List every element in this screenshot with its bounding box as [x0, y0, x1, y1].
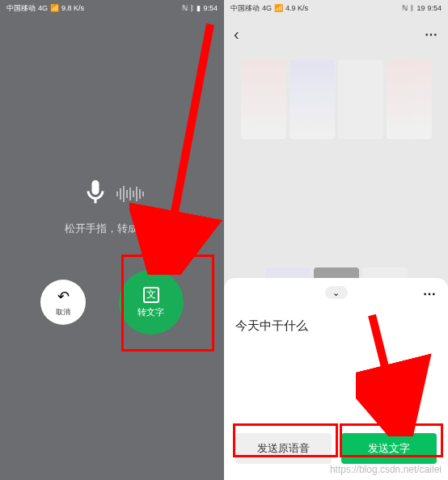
carrier-label: 中国移动	[6, 3, 36, 14]
chat-thumbnail	[241, 60, 286, 139]
bluetooth-icon: ᛒ	[190, 4, 194, 12]
undo-icon: ↶	[57, 288, 70, 305]
convert-label: 转文字	[137, 306, 164, 318]
speed-label: 9.8 K/s	[61, 4, 84, 12]
carrier-label: 中国移动	[230, 3, 260, 14]
nfc-icon: ℕ	[182, 4, 188, 12]
chat-thumbnail	[387, 60, 432, 139]
text-icon: 文	[143, 287, 159, 303]
battery-label: 19	[416, 4, 425, 12]
mic-visualizer: 松开手指，转成文字	[0, 178, 224, 236]
send-voice-button[interactable]: 发送原语音	[235, 433, 332, 464]
screen-voice-recording: 中国移动 4G 📶 9.8 K/s ℕ ᛒ ▮ 9:54 松开手指，转成文字	[0, 0, 224, 480]
status-bar: 中国移动 4G 📶 4.9 K/s ℕ ᛒ 19 9:54	[224, 0, 448, 16]
net-label: 4G	[38, 4, 48, 12]
send-voice-label: 发送原语音	[257, 441, 310, 456]
more-button[interactable]: ⋯	[425, 27, 438, 42]
signal-icon: 📶	[274, 4, 283, 12]
battery-icon: ▮	[197, 4, 201, 12]
send-text-label: 发送文字	[368, 441, 410, 456]
time-label: 9:54	[427, 4, 442, 12]
net-label: 4G	[262, 4, 272, 12]
cancel-button[interactable]: ↶ 取消	[40, 280, 86, 325]
transcription-text: 今天中干什么	[235, 318, 437, 334]
status-bar: 中国移动 4G 📶 9.8 K/s ℕ ᛒ ▮ 9:54	[0, 0, 224, 16]
back-button[interactable]: ‹	[234, 25, 239, 44]
nfc-icon: ℕ	[402, 4, 408, 12]
chat-thumbnail	[290, 60, 335, 139]
transcription-sheet: ⌄ ⋯ 今天中干什么 发送原语音 发送文字	[224, 278, 448, 480]
speed-label: 4.9 K/s	[285, 4, 308, 12]
screen-transcription-sheet: 中国移动 4G 📶 4.9 K/s ℕ ᛒ 19 9:54 ‹ ⋯ ⌄ ⋯	[224, 0, 448, 480]
bluetooth-icon: ᛒ	[410, 4, 414, 12]
chat-thumbnail	[338, 60, 383, 139]
cancel-label: 取消	[56, 307, 70, 318]
signal-icon: 📶	[50, 4, 59, 12]
sheet-more-button[interactable]: ⋯	[423, 286, 437, 301]
chevron-down-icon: ⌄	[332, 288, 340, 298]
time-label: 9:54	[203, 4, 218, 12]
send-text-button[interactable]: 发送文字	[341, 433, 437, 464]
nav-bar: ‹ ⋯	[224, 16, 448, 52]
sound-wave-icon	[116, 186, 144, 202]
convert-to-text-button[interactable]: 文 转文字	[119, 270, 184, 335]
microphone-icon	[81, 178, 110, 210]
hint-text: 松开手指，转成文字	[65, 221, 159, 236]
sheet-collapse-handle[interactable]: ⌄	[325, 286, 348, 299]
